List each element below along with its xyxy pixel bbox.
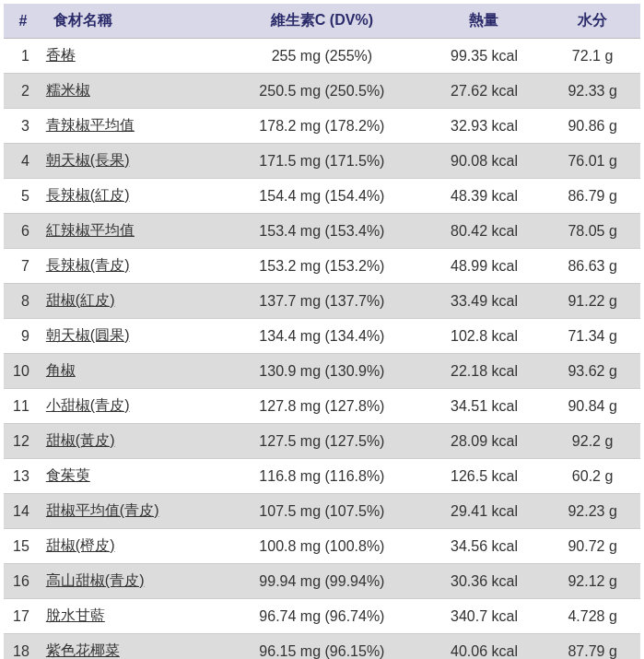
ingredient-link[interactable]: 脫水甘藍 (46, 607, 105, 623)
ingredient-link[interactable]: 高山甜椒(青皮) (46, 572, 145, 588)
ingredient-link[interactable]: 紅辣椒平均值 (46, 222, 135, 238)
row-cal: 30.36 kcal (424, 564, 544, 599)
row-name-cell: 長辣椒(紅皮) (42, 179, 220, 214)
row-name-cell: 長辣椒(青皮) (42, 249, 220, 284)
ingredient-link[interactable]: 香椿 (46, 47, 76, 63)
col-name[interactable]: 食材名稱 (42, 4, 220, 39)
row-water: 90.84 g (544, 389, 640, 424)
row-vitc: 153.4 mg (153.4%) (220, 214, 424, 249)
row-name-cell: 甜椒平均值(青皮) (42, 494, 220, 529)
table-row: 15甜椒(橙皮)100.8 mg (100.8%)34.56 kcal90.72… (4, 529, 640, 564)
row-vitc: 107.5 mg (107.5%) (220, 494, 424, 529)
ingredient-link[interactable]: 朝天椒(長果) (46, 152, 130, 168)
row-water: 72.1 g (544, 39, 640, 74)
table-row: 13食茱萸116.8 mg (116.8%)126.5 kcal60.2 g (4, 459, 640, 494)
table-row: 10角椒130.9 mg (130.9%)22.18 kcal93.62 g (4, 354, 640, 389)
ingredient-link[interactable]: 長辣椒(紅皮) (46, 187, 130, 203)
row-cal: 102.8 kcal (424, 319, 544, 354)
row-water: 4.728 g (544, 599, 640, 634)
ingredient-link[interactable]: 小甜椒(青皮) (46, 397, 130, 413)
row-name-cell: 甜椒(橙皮) (42, 529, 220, 564)
row-cal: 340.7 kcal (424, 599, 544, 634)
ingredient-link[interactable]: 紫色花椰菜 (46, 642, 120, 658)
row-index: 5 (4, 179, 42, 214)
row-name-cell: 角椒 (42, 354, 220, 389)
row-cal: 99.35 kcal (424, 39, 544, 74)
row-water: 76.01 g (544, 144, 640, 179)
col-vitc[interactable]: 維生素C (DV%) (220, 4, 424, 39)
row-vitc: 127.5 mg (127.5%) (220, 424, 424, 459)
table-row: 16高山甜椒(青皮)99.94 mg (99.94%)30.36 kcal92.… (4, 564, 640, 599)
ingredient-link[interactable]: 糯米椒 (46, 82, 90, 98)
ingredient-link[interactable]: 甜椒平均值(青皮) (46, 502, 159, 518)
table-row: 14甜椒平均值(青皮)107.5 mg (107.5%)29.41 kcal92… (4, 494, 640, 529)
row-water: 93.62 g (544, 354, 640, 389)
table-row: 7長辣椒(青皮)153.2 mg (153.2%)48.99 kcal86.63… (4, 249, 640, 284)
row-name-cell: 脫水甘藍 (42, 599, 220, 634)
nutrition-table: # 食材名稱 維生素C (DV%) 熱量 水分 1香椿255 mg (255%)… (4, 4, 640, 659)
row-vitc: 100.8 mg (100.8%) (220, 529, 424, 564)
row-water: 87.79 g (544, 634, 640, 660)
ingredient-link[interactable]: 甜椒(紅皮) (46, 292, 115, 308)
row-cal: 34.56 kcal (424, 529, 544, 564)
row-name-cell: 朝天椒(圓果) (42, 319, 220, 354)
col-idx[interactable]: # (4, 4, 42, 39)
table-row: 9朝天椒(圓果)134.4 mg (134.4%)102.8 kcal71.34… (4, 319, 640, 354)
row-index: 7 (4, 249, 42, 284)
row-name-cell: 甜椒(紅皮) (42, 284, 220, 319)
row-vitc: 250.5 mg (250.5%) (220, 74, 424, 109)
ingredient-link[interactable]: 長辣椒(青皮) (46, 257, 130, 273)
row-cal: 34.51 kcal (424, 389, 544, 424)
row-index: 10 (4, 354, 42, 389)
table-row: 8甜椒(紅皮)137.7 mg (137.7%)33.49 kcal91.22 … (4, 284, 640, 319)
row-index: 3 (4, 109, 42, 144)
row-name-cell: 香椿 (42, 39, 220, 74)
row-vitc: 171.5 mg (171.5%) (220, 144, 424, 179)
table-row: 6紅辣椒平均值153.4 mg (153.4%)80.42 kcal78.05 … (4, 214, 640, 249)
row-cal: 22.18 kcal (424, 354, 544, 389)
row-index: 9 (4, 319, 42, 354)
ingredient-link[interactable]: 青辣椒平均值 (46, 117, 135, 133)
row-vitc: 137.7 mg (137.7%) (220, 284, 424, 319)
row-index: 13 (4, 459, 42, 494)
row-name-cell: 高山甜椒(青皮) (42, 564, 220, 599)
row-name-cell: 糯米椒 (42, 74, 220, 109)
col-cal[interactable]: 熱量 (424, 4, 544, 39)
row-water: 92.2 g (544, 424, 640, 459)
row-index: 11 (4, 389, 42, 424)
row-cal: 48.99 kcal (424, 249, 544, 284)
row-vitc: 127.8 mg (127.8%) (220, 389, 424, 424)
row-cal: 48.39 kcal (424, 179, 544, 214)
row-index: 14 (4, 494, 42, 529)
ingredient-link[interactable]: 甜椒(橙皮) (46, 537, 115, 553)
table-row: 2糯米椒250.5 mg (250.5%)27.62 kcal92.33 g (4, 74, 640, 109)
row-cal: 32.93 kcal (424, 109, 544, 144)
row-vitc: 116.8 mg (116.8%) (220, 459, 424, 494)
row-index: 6 (4, 214, 42, 249)
row-vitc: 96.15 mg (96.15%) (220, 634, 424, 660)
row-vitc: 153.2 mg (153.2%) (220, 249, 424, 284)
ingredient-link[interactable]: 食茱萸 (46, 467, 90, 483)
table-row: 17脫水甘藍96.74 mg (96.74%)340.7 kcal4.728 g (4, 599, 640, 634)
row-name-cell: 青辣椒平均值 (42, 109, 220, 144)
row-water: 71.34 g (544, 319, 640, 354)
row-vitc: 130.9 mg (130.9%) (220, 354, 424, 389)
row-water: 90.72 g (544, 529, 640, 564)
row-cal: 33.49 kcal (424, 284, 544, 319)
row-water: 78.05 g (544, 214, 640, 249)
ingredient-link[interactable]: 角椒 (46, 362, 76, 378)
row-cal: 27.62 kcal (424, 74, 544, 109)
row-cal: 28.09 kcal (424, 424, 544, 459)
table-row: 11小甜椒(青皮)127.8 mg (127.8%)34.51 kcal90.8… (4, 389, 640, 424)
row-index: 8 (4, 284, 42, 319)
row-index: 18 (4, 634, 42, 660)
row-name-cell: 紅辣椒平均值 (42, 214, 220, 249)
col-water[interactable]: 水分 (544, 4, 640, 39)
table-row: 18紫色花椰菜96.15 mg (96.15%)40.06 kcal87.79 … (4, 634, 640, 660)
row-water: 60.2 g (544, 459, 640, 494)
row-water: 90.86 g (544, 109, 640, 144)
row-water: 92.23 g (544, 494, 640, 529)
row-vitc: 154.4 mg (154.4%) (220, 179, 424, 214)
ingredient-link[interactable]: 朝天椒(圓果) (46, 327, 130, 343)
ingredient-link[interactable]: 甜椒(黃皮) (46, 432, 115, 448)
